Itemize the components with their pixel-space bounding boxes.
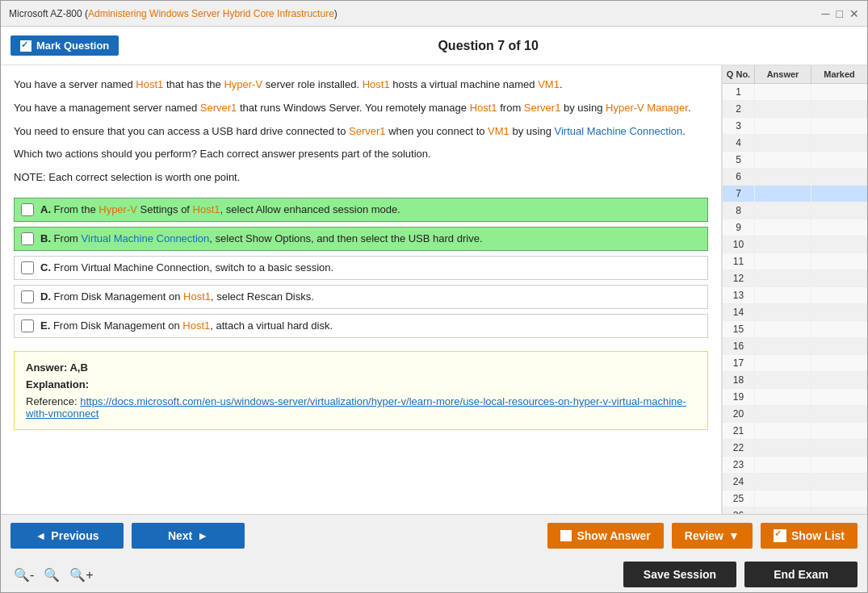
question-title: Question 7 of 10 [119,39,858,53]
sidebar-header: Q No. Answer Marked [723,65,867,84]
sidebar-row[interactable]: 21 [723,423,867,440]
zoom-in-button[interactable]: 🔍+ [66,566,96,584]
previous-arrow-icon: ◄ [36,529,47,542]
sidebar-row[interactable]: 17 [723,355,867,372]
sidebar-row[interactable]: 10 [723,236,867,253]
sidebar-row-marked [811,474,867,490]
sidebar-row[interactable]: 20 [723,406,867,423]
reference-link[interactable]: https://docs.microsoft.com/en-us/windows… [26,395,686,420]
show-list-label: Show List [791,529,845,542]
sidebar-row-num: 10 [723,236,755,253]
sidebar-row[interactable]: 8 [723,203,867,219]
previous-button[interactable]: ◄ Previous [10,523,124,549]
sidebar-row[interactable]: 2 [723,101,867,118]
show-answer-button[interactable]: Show Answer [547,523,663,549]
toolbar: Mark Question Question 7 of 10 [1,27,867,65]
sidebar-row-num: 2 [723,101,755,117]
sidebar-row-num: 26 [723,507,755,514]
mark-question-label: Mark Question [36,40,109,52]
sidebar-row-num: 19 [723,389,755,405]
next-arrow-icon: ► [197,529,208,542]
answer-label: Answer: A,B [26,361,696,374]
sidebar-row[interactable]: 6 [723,169,867,186]
choice-b-checkbox[interactable] [21,232,34,245]
sidebar-row-marked [811,186,867,202]
sidebar-row[interactable]: 15 [723,321,867,338]
sidebar-row-num: 23 [723,457,755,473]
sidebar-row[interactable]: 14 [723,304,867,321]
sidebar-row-answer [755,169,811,185]
end-exam-button[interactable]: End Exam [744,562,858,587]
sidebar-row-marked [811,440,867,456]
sidebar-row[interactable]: 26 [723,507,867,514]
sidebar-row[interactable]: 4 [723,135,867,152]
choice-d-checkbox[interactable] [21,290,34,303]
sidebar-row-marked [811,169,867,185]
sidebar-row[interactable]: 11 [723,253,867,270]
save-session-button[interactable]: Save Session [623,562,736,587]
question-sidebar: Q No. Answer Marked 1 2 3 4 5 6 [722,65,867,514]
sidebar-row[interactable]: 23 [723,457,867,474]
choice-c-checkbox[interactable] [21,261,34,274]
bottom-buttons-row: ◄ Previous Next ► Show Answer Review ▼ S… [1,515,867,557]
minimize-icon[interactable]: ─ [822,7,830,20]
sidebar-row[interactable]: 5 [723,152,867,169]
zoom-out-button[interactable]: 🔍- [10,566,37,584]
choice-b: B. From Virtual Machine Connection, sele… [14,227,708,251]
sidebar-row-num: 20 [723,406,755,422]
sidebar-row-answer [755,152,811,168]
sidebar-row-answer [755,338,811,354]
question-paragraph-4: Which two actions should you perform? Ea… [14,146,708,163]
choice-d-label: D. From Disk Management on Host1, select… [40,290,314,303]
title-end: ) [334,8,338,19]
close-icon[interactable]: ✕ [849,7,859,20]
window-controls[interactable]: ─ □ ✕ [822,7,859,20]
bottom-bar: ◄ Previous Next ► Show Answer Review ▼ S… [1,514,867,592]
sidebar-row-num: 3 [723,118,755,134]
sidebar-row-answer [755,389,811,405]
sidebar-row[interactable]: 13 [723,287,867,304]
choice-e-label: E. From Disk Management on Host1, attach… [40,319,333,332]
sidebar-row[interactable]: 18 [723,372,867,389]
sidebar-col-answer: Answer [755,65,811,83]
window-title: Microsoft AZ-800 (Administering Windows … [9,8,338,19]
sidebar-row-answer [755,304,811,320]
next-button[interactable]: Next ► [132,523,245,549]
sidebar-row[interactable]: 25 [723,491,867,507]
sidebar-row-marked [811,101,867,117]
question-paragraph-5: NOTE: Each correct selection is worth on… [14,169,708,186]
sidebar-row-num: 18 [723,372,755,388]
sidebar-row-num: 22 [723,440,755,456]
sidebar-row[interactable]: 7 [723,186,867,203]
sidebar-row[interactable]: 19 [723,389,867,406]
choice-e-checkbox[interactable] [21,319,34,332]
sidebar-col-marked: Marked [811,65,867,83]
choice-b-label: B. From Virtual Machine Connection, sele… [40,232,483,244]
sidebar-row[interactable]: 9 [723,219,867,236]
sidebar-row[interactable]: 16 [723,338,867,355]
mark-checkbox-icon [20,40,31,52]
maximize-icon[interactable]: □ [837,7,843,20]
review-button[interactable]: Review ▼ [672,523,753,549]
app-window: Microsoft AZ-800 (Administering Windows … [0,0,868,593]
sidebar-row-num: 14 [723,304,755,320]
show-list-button[interactable]: Show List [761,523,858,549]
sidebar-row-answer [755,219,811,236]
sidebar-row-answer [755,507,811,514]
sidebar-row-num: 6 [723,169,755,185]
sidebar-row-answer [755,457,811,473]
choices-list: A. From the Hyper-V Settings of Host1, s… [14,198,708,338]
mark-question-button[interactable]: Mark Question [10,35,119,56]
sidebar-row-marked [811,84,867,100]
sidebar-row[interactable]: 1 [723,84,867,101]
sidebar-row-marked [811,507,867,514]
sidebar-row[interactable]: 24 [723,474,867,491]
zoom-normal-button[interactable]: 🔍 [40,566,63,584]
choice-a-checkbox[interactable] [21,203,34,216]
sidebar-row[interactable]: 22 [723,440,867,457]
sidebar-row[interactable]: 3 [723,118,867,135]
sidebar-row[interactable]: 12 [723,270,867,287]
sidebar-row-answer [755,101,811,117]
show-answer-label: Show Answer [577,529,650,542]
choice-c: C. From Virtual Machine Connection, swit… [14,256,708,280]
